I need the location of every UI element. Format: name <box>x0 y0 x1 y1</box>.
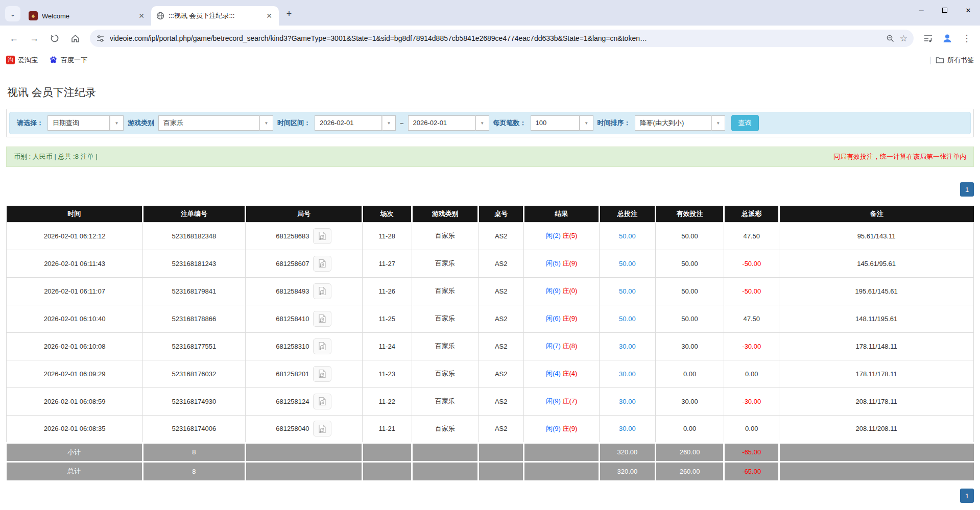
back-icon[interactable]: ← <box>5 30 22 47</box>
date-from-select[interactable]: 2026-02-01 ▼ <box>315 115 396 131</box>
chevron-down-icon[interactable]: ▼ <box>259 115 273 131</box>
date-to-select[interactable]: 2026-02-01 ▼ <box>408 115 489 131</box>
replay-video-button[interactable] <box>313 283 331 299</box>
sort-select[interactable]: 降幂(由大到小) ▼ <box>635 115 725 131</box>
media-controls-icon[interactable] <box>920 30 936 46</box>
bookmark-star-icon[interactable]: ☆ <box>900 33 907 44</box>
replay-video-button[interactable] <box>313 366 331 382</box>
cell-valid-bet: 50.00 <box>655 277 724 305</box>
cell-session: 11-21 <box>362 415 412 443</box>
cell-total-bet: 50.00 <box>599 305 655 332</box>
result-player: 闲(9) <box>546 397 561 405</box>
result-banker: 庄(9) <box>562 425 577 432</box>
total-bet-link[interactable]: 50.00 <box>619 260 636 268</box>
tab-search-button[interactable]: ⌄ <box>5 6 20 21</box>
tab-bet-records[interactable]: :::视讯 会员下注纪录::: ✕ <box>151 6 279 26</box>
page-1-button[interactable]: 1 <box>960 489 974 503</box>
tab-welcome[interactable]: ♠ Welcome ✕ <box>23 6 151 26</box>
total-bet-link[interactable]: 50.00 <box>619 315 636 323</box>
cell-remark: 195.61/145.61 <box>779 277 974 305</box>
page-1-button[interactable]: 1 <box>960 182 974 197</box>
cell-table-no: AS2 <box>479 277 524 305</box>
minimize-button[interactable]: ─ <box>910 0 933 20</box>
chevron-down-icon[interactable]: ▼ <box>382 115 396 131</box>
cell-session: 11-25 <box>362 305 412 332</box>
total-bet-link[interactable]: 50.00 <box>619 232 636 240</box>
forward-icon[interactable]: → <box>26 30 43 47</box>
browser-menu-icon[interactable]: ⋮ <box>959 30 975 46</box>
filter-panel: 请选择： 日期查询 ▼ 游戏类别 百家乐 ▼ 时间区间： 2026-02-01 … <box>6 109 974 137</box>
pagination-bottom: 1 <box>6 489 974 503</box>
cell-time: 2026-02-01 06:10:08 <box>7 332 143 360</box>
tab-close-icon[interactable]: ✕ <box>137 11 146 20</box>
cell-remark: 208.11/178.11 <box>779 387 974 415</box>
address-bar[interactable]: videoie.com/ipl/portal.php/game/betrecor… <box>90 30 914 47</box>
table-row: 2026-02-01 06:09:29 523168176032 6812582… <box>7 360 974 387</box>
cell-session: 11-28 <box>362 222 412 250</box>
chevron-down-icon[interactable]: ▼ <box>110 115 124 131</box>
cell-time: 2026-02-01 06:10:40 <box>7 305 143 332</box>
cell-payout: -50.00 <box>724 277 779 305</box>
query-type-select[interactable]: 日期查询 ▼ <box>47 115 124 131</box>
total-bet-link[interactable]: 30.00 <box>619 343 636 350</box>
cell-total-bet: 30.00 <box>599 332 655 360</box>
site-settings-icon[interactable] <box>96 34 105 43</box>
total-bet-link[interactable]: 30.00 <box>619 398 636 405</box>
all-bookmarks-button[interactable]: 所有书签 <box>936 56 974 65</box>
cell-payout: -30.00 <box>724 332 779 360</box>
bookmark-aitaobao[interactable]: 淘 爱淘宝 <box>6 56 38 65</box>
total-bet-link[interactable]: 50.00 <box>619 287 636 295</box>
replay-video-button[interactable] <box>313 338 331 354</box>
cell-table-no: AS2 <box>479 387 524 415</box>
page-size-label: 每页笔数： <box>493 118 527 128</box>
cell-round-id: 681258607 <box>245 250 362 277</box>
replay-video-button[interactable] <box>313 228 331 244</box>
profile-avatar[interactable] <box>939 30 955 46</box>
cell-remark: 178.11/178.11 <box>779 360 974 387</box>
chevron-down-icon[interactable]: ▼ <box>580 115 593 131</box>
replay-video-button[interactable] <box>313 394 331 409</box>
page-size-value: 100 <box>531 115 580 131</box>
maximize-button[interactable] <box>933 0 957 20</box>
col-round-id: 局号 <box>245 206 362 222</box>
col-remark: 备注 <box>779 206 974 222</box>
url-text[interactable]: videoie.com/ipl/portal.php/game/betrecor… <box>110 34 881 42</box>
tab-title: Welcome <box>42 12 133 20</box>
cell-total-bet: 30.00 <box>599 360 655 387</box>
game-type-select[interactable]: 百家乐 ▼ <box>158 115 273 131</box>
date-from-value: 2026-02-01 <box>315 115 382 131</box>
new-tab-button[interactable]: + <box>282 7 296 21</box>
total-bet-link[interactable]: 30.00 <box>619 425 636 432</box>
sort-value: 降幂(由大到小) <box>635 115 711 131</box>
search-button[interactable]: 查询 <box>731 115 759 131</box>
replay-video-button[interactable] <box>313 311 331 327</box>
tab-title: :::视讯 会员下注纪录::: <box>169 11 260 20</box>
folder-icon <box>936 56 944 64</box>
table-row: 2026-02-01 06:11:07 523168179841 6812584… <box>7 277 974 305</box>
select-label: 请选择： <box>17 118 43 128</box>
bookmark-baidu[interactable]: 百度一下 <box>49 56 87 65</box>
cell-time: 2026-02-01 06:11:07 <box>7 277 143 305</box>
replay-video-button[interactable] <box>313 256 331 272</box>
chevron-down-icon[interactable]: ▼ <box>475 115 489 131</box>
cell-game: 百家乐 <box>412 332 479 360</box>
replay-video-button[interactable] <box>313 421 331 436</box>
table-body: 2026-02-01 06:12:12 523168182348 6812586… <box>7 222 974 443</box>
chevron-down-icon[interactable]: ▼ <box>711 115 725 131</box>
subtotal-label: 小计 <box>7 443 143 462</box>
zoom-icon[interactable] <box>886 34 895 43</box>
date-range-label: 时间区间： <box>277 118 310 128</box>
cell-valid-bet: 30.00 <box>655 332 724 360</box>
refresh-icon[interactable] <box>46 30 63 47</box>
page-size-select[interactable]: 100 ▼ <box>531 115 593 131</box>
tab-close-icon[interactable]: ✕ <box>265 11 274 20</box>
range-separator: ~ <box>400 119 404 127</box>
cell-total-bet: 50.00 <box>599 222 655 250</box>
bookmark-label: 爱淘宝 <box>18 56 38 65</box>
cell-table-no: AS2 <box>479 305 524 332</box>
home-icon[interactable] <box>66 30 84 47</box>
close-window-button[interactable]: ✕ <box>957 0 980 20</box>
cell-payout: 0.00 <box>724 360 779 387</box>
summary-bar: 币别 : 人民币 | 总共 :8 注单 | 同局有效投注，统一计算在该局第一张注… <box>6 147 974 167</box>
total-bet-link[interactable]: 30.00 <box>619 370 636 378</box>
